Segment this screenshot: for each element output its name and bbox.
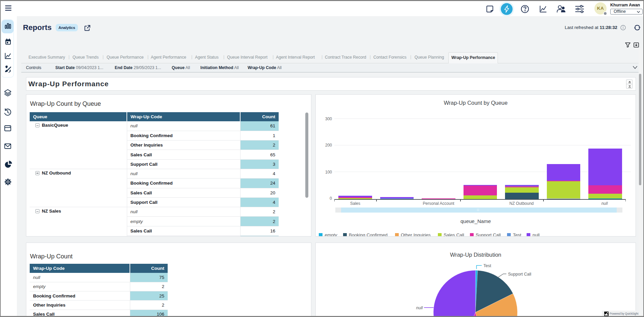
svg-text:empty: empty <box>325 232 338 236</box>
svg-text:Personal Account: Personal Account <box>423 201 454 206</box>
svg-text:Wrap-Up Distribution: Wrap-Up Distribution <box>450 252 501 258</box>
svg-text:200: 200 <box>325 143 332 148</box>
svg-text:null: null <box>416 306 423 310</box>
svg-text:Support Call: Support Call <box>508 272 531 277</box>
svg-text:null: null <box>533 232 540 236</box>
svg-text:Sales: Sales <box>350 201 360 206</box>
svg-text:Booking Confirmed: Booking Confirmed <box>349 232 388 236</box>
svg-text:Support Call: Support Call <box>476 232 501 236</box>
svg-text:Test: Test <box>483 263 491 268</box>
svg-text:Wrap-Up Count by Queue: Wrap-Up Count by Queue <box>444 100 507 106</box>
svg-text:null: null <box>601 201 608 206</box>
svg-text:queue_Name: queue_Name <box>460 218 491 224</box>
svg-text:Other Inquiries: Other Inquiries <box>401 232 431 236</box>
svg-text:100: 100 <box>325 170 332 175</box>
svg-text:Sales Call: Sales Call <box>444 232 464 236</box>
svg-text:0: 0 <box>330 196 332 201</box>
svg-text:NZ Outbound: NZ Outbound <box>509 201 534 206</box>
svg-text:300: 300 <box>325 117 332 121</box>
svg-text:Test: Test <box>513 232 522 236</box>
